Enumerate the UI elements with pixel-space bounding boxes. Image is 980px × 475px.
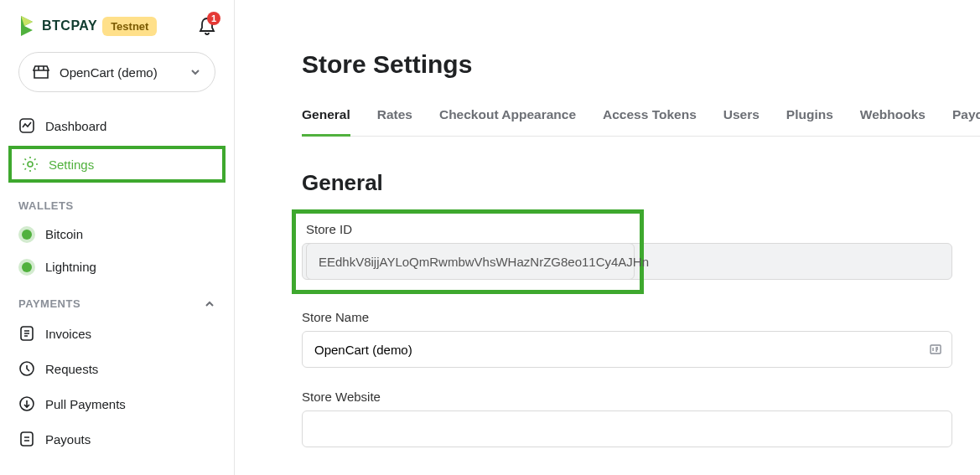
brand-name: BTCPAY: [42, 18, 97, 34]
nav-settings[interactable]: Settings: [17, 151, 217, 178]
tab-plugins[interactable]: Plugins: [786, 107, 833, 137]
status-dot-icon: [18, 262, 35, 272]
nav-dashboard-label: Dashboard: [45, 119, 106, 133]
payments-section-label: PAYMENTS: [18, 297, 80, 310]
tabs: General Rates Checkout Appearance Access…: [302, 107, 980, 137]
store-id-text: EEdhkV8ijjAYLoQmRwmbwVhsWHazNrZG8eo11Cy4…: [319, 255, 649, 269]
store-selector[interactable]: OpenCart (demo): [18, 52, 215, 92]
request-icon: [18, 360, 35, 377]
nav-dashboard[interactable]: Dashboard: [8, 111, 226, 141]
store-website-field: Store Website: [302, 390, 980, 447]
wallets-section-label: WALLETS: [0, 188, 234, 220]
nav-invoices-label: Invoices: [45, 327, 91, 341]
nav-pull-payments-label: Pull Payments: [45, 397, 126, 411]
page-title: Store Settings: [302, 50, 980, 79]
store-name-label: Store Name: [302, 310, 980, 324]
nav-wallet-lightning-label: Lightning: [45, 260, 96, 274]
general-heading: General: [302, 170, 980, 196]
chevron-up-icon: [204, 298, 215, 310]
tab-users[interactable]: Users: [723, 107, 760, 137]
dashboard-icon: [18, 117, 35, 134]
nav-wallet-lightning[interactable]: Lightning: [8, 253, 226, 281]
main-content: Store Settings General Rates Checkout Ap…: [235, 0, 980, 475]
nav-payouts[interactable]: Payouts: [8, 424, 226, 454]
sidebar-header: BTCPAY Testnet 1: [0, 15, 234, 52]
nav-requests-label: Requests: [45, 362, 98, 376]
nav-settings-label: Settings: [49, 157, 94, 172]
sidebar-nav: Dashboard Settings: [0, 111, 234, 188]
store-id-label: Store ID: [306, 222, 630, 236]
tab-payout-processors[interactable]: Payout Proces: [952, 107, 980, 137]
store-website-label: Store Website: [302, 390, 980, 404]
gear-icon: [22, 156, 39, 173]
tab-checkout-appearance[interactable]: Checkout Appearance: [439, 107, 576, 137]
invoice-icon: [18, 325, 35, 342]
status-dot-icon: [18, 230, 35, 240]
tab-rates[interactable]: Rates: [377, 107, 412, 137]
brand[interactable]: BTCPAY Testnet: [18, 15, 157, 37]
nav-invoices[interactable]: Invoices: [8, 318, 226, 349]
wallets-nav: Bitcoin Lightning: [0, 220, 234, 286]
payments-section-header[interactable]: PAYMENTS: [0, 286, 234, 318]
svg-rect-5: [21, 432, 33, 446]
highlight-store-id: Store ID EEdhkV8ijjAYLoQmRwmbwVhsWHazNrZ…: [292, 209, 644, 294]
env-badge: Testnet: [102, 17, 157, 36]
tab-general[interactable]: General: [302, 107, 350, 137]
store-name-input[interactable]: [302, 331, 952, 368]
contact-card-icon: [929, 343, 942, 356]
pull-payments-icon: [18, 395, 35, 412]
notifications-button[interactable]: 1: [199, 17, 215, 35]
nav-wallet-bitcoin[interactable]: Bitcoin: [8, 220, 226, 248]
nav-wallet-bitcoin-label: Bitcoin: [45, 227, 83, 241]
chevron-down-icon: [189, 66, 201, 78]
svg-point-1: [28, 162, 33, 167]
payments-nav: Invoices Requests Pull Payments Payouts: [0, 318, 234, 459]
tab-webhooks[interactable]: Webhooks: [860, 107, 926, 137]
nav-payouts-label: Payouts: [45, 432, 91, 447]
tab-access-tokens[interactable]: Access Tokens: [603, 107, 697, 137]
store-name-field: Store Name: [302, 310, 980, 368]
store-website-input[interactable]: [302, 410, 952, 447]
payouts-icon: [18, 431, 35, 447]
store-id-value: EEdhkV8ijjAYLoQmRwmbwVhsWHazNrZG8eo11Cy4…: [306, 243, 635, 280]
nav-requests[interactable]: Requests: [8, 354, 226, 384]
notification-count-badge: 1: [207, 12, 220, 25]
nav-pull-payments[interactable]: Pull Payments: [8, 389, 226, 419]
store-icon: [33, 65, 49, 80]
sidebar: BTCPAY Testnet 1 OpenCart (demo): [0, 0, 235, 475]
store-selector-label: OpenCart (demo): [60, 65, 179, 80]
highlight-settings: Settings: [8, 146, 226, 183]
brand-logo-icon: [18, 15, 37, 37]
